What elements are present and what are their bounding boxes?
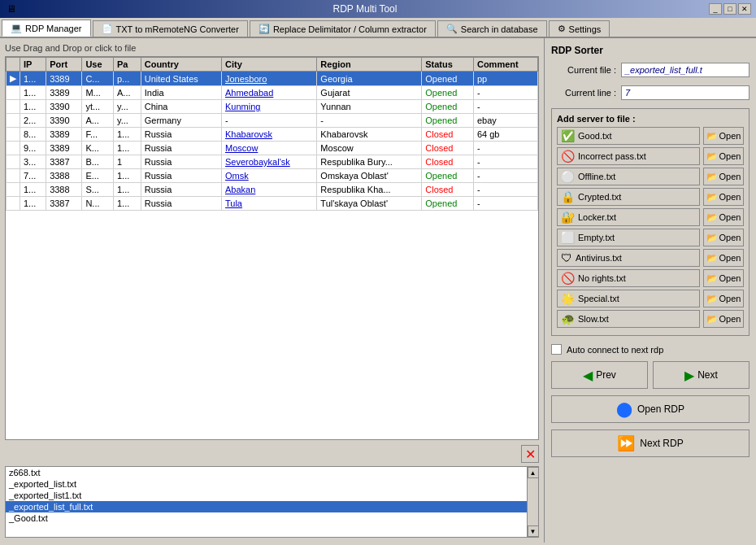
row-use: N...: [82, 197, 114, 211]
folder-icon-slow: 📂: [706, 314, 718, 325]
server-open-btn-special[interactable]: 📂 Open: [703, 290, 744, 307]
file-list-item[interactable]: _exported_list1.txt: [6, 490, 538, 501]
auto-connect-checkbox[interactable]: [551, 344, 562, 355]
file-list-scroll[interactable]: z668.txt_exported_list.txt_exported_list…: [6, 467, 538, 537]
close-button[interactable]: ✕: [738, 3, 751, 15]
table-row[interactable]: 2... 3390 A... y... Germany - - Opened e…: [7, 114, 538, 128]
clear-button[interactable]: ✕: [521, 445, 539, 463]
next-rdp-button[interactable]: ⏩ Next RDP: [551, 429, 749, 457]
file-list-item[interactable]: z668.txt: [6, 467, 538, 478]
table-row[interactable]: 7... 3388 E... 1... Russia Omsk Omskaya …: [7, 169, 538, 183]
server-btn-norights[interactable]: 🚫 No rights.txt: [557, 269, 700, 287]
table-row[interactable]: 1... 3388 S... 1... Russia Abakan Respub…: [7, 183, 538, 197]
table-row[interactable]: 8... 3389 F... 1... Russia Khabarovsk Kh…: [7, 128, 538, 142]
next-label: Next: [697, 369, 718, 381]
row-comment: -: [473, 100, 537, 114]
row-comment: ebay: [473, 114, 537, 128]
tab-rdp-manager[interactable]: 💻 RDP Manager: [2, 20, 91, 37]
row-status: Closed: [422, 142, 474, 155]
server-btn-good[interactable]: ✅ Good.txt: [557, 127, 700, 145]
row-pa: 1...: [114, 197, 141, 211]
server-open-btn-offline[interactable]: 📂 Open: [703, 168, 744, 185]
table-container[interactable]: IP Port Use Pa Country City Region Statu…: [5, 56, 539, 440]
scroll-down-button[interactable]: ▼: [528, 525, 539, 537]
row-arrow: [7, 100, 20, 114]
file-list-item[interactable]: _exported_list.txt: [6, 478, 538, 490]
file-list-item[interactable]: _exported_list_full.txt: [6, 501, 538, 512]
next-button[interactable]: ▶ Next: [653, 361, 749, 389]
folder-icon-crypted: 📂: [706, 192, 718, 203]
open-rdp-icon: ⬤: [616, 400, 632, 418]
row-region: Yunnan: [317, 100, 422, 114]
server-open-btn-norights[interactable]: 📂 Open: [703, 269, 744, 287]
server-btn-incorrect[interactable]: 🚫 Incorrect pass.txt: [557, 147, 700, 165]
row-city: Omsk: [221, 169, 316, 183]
tab-search-db[interactable]: 🔍 Search in database: [437, 20, 547, 37]
row-ip: 8...: [20, 128, 46, 142]
server-btn-crypted[interactable]: 🔒 Crypted.txt: [557, 188, 700, 206]
row-city: Kunming: [221, 100, 316, 114]
open-label-incorrect: Open: [719, 151, 741, 161]
server-open-btn-slow[interactable]: 📂 Open: [703, 310, 744, 328]
table-row[interactable]: ▶ 1... 3389 C... p... United States Jone…: [7, 72, 538, 86]
server-btn-antivirus[interactable]: 🛡 Antivirus.txt: [557, 249, 700, 267]
col-country: Country: [141, 58, 221, 72]
row-use: C...: [82, 72, 114, 86]
tab-replace-delimitator[interactable]: 🔄 Replace Delimitator / Column extractor: [250, 20, 436, 37]
server-open-btn-incorrect[interactable]: 📂 Open: [703, 147, 744, 165]
table-row[interactable]: 3... 3387 B... 1 Russia Severobaykal'sk …: [7, 155, 538, 169]
server-open-btn-good[interactable]: 📂 Open: [703, 127, 744, 145]
server-row-antivirus: 🛡 Antivirus.txt 📂 Open: [557, 249, 744, 267]
current-line-row: Current line : 7: [551, 85, 749, 100]
open-label-slow: Open: [719, 314, 741, 324]
current-file-row: Current file : _exported_list_full.t: [551, 63, 749, 77]
server-icon-empty: ⬜: [561, 231, 575, 244]
server-open-btn-empty[interactable]: 📂 Open: [703, 229, 744, 246]
row-port: 3388: [46, 183, 82, 197]
open-label-norights: Open: [719, 273, 741, 283]
prev-button[interactable]: ◀ Prev: [551, 361, 648, 389]
server-open-btn-locker[interactable]: 📂 Open: [703, 208, 744, 226]
maximize-button[interactable]: □: [723, 3, 736, 15]
row-pa: 1...: [114, 128, 141, 142]
table-row[interactable]: 1... 3389 M... A... India Ahmedabad Guja…: [7, 86, 538, 100]
col-region: Region: [317, 58, 422, 72]
file-list-container[interactable]: z668.txt_exported_list.txt_exported_list…: [5, 466, 539, 538]
row-port: 3389: [46, 128, 82, 142]
open-rdp-button[interactable]: ⬤ Open RDP: [551, 395, 749, 423]
server-btn-locker[interactable]: 🔐 Locker.txt: [557, 208, 700, 226]
row-pa: y...: [114, 100, 141, 114]
server-open-btn-antivirus[interactable]: 📂 Open: [703, 249, 744, 267]
table-row[interactable]: 1... 3387 N... 1... Russia Tula Tul'skay…: [7, 197, 538, 211]
row-status: Opened: [422, 197, 474, 211]
server-label-incorrect: Incorrect pass.txt: [578, 151, 646, 161]
row-region: -: [317, 114, 422, 128]
table-row[interactable]: 1... 3390 yt... y... China Kunming Yunna…: [7, 100, 538, 114]
server-btn-special[interactable]: 🌟 Special.txt: [557, 290, 700, 307]
server-btn-offline[interactable]: ⚪ Offline.txt: [557, 168, 700, 185]
scroll-up-button[interactable]: ▲: [528, 467, 539, 478]
open-label-empty: Open: [719, 233, 741, 242]
minimize-button[interactable]: _: [709, 3, 722, 15]
row-use: F...: [82, 128, 114, 142]
row-comment: -: [473, 155, 537, 169]
table-row[interactable]: 9... 3389 K... 1... Russia Moscow Moscow…: [7, 142, 538, 155]
server-btn-empty[interactable]: ⬜ Empty.txt: [557, 229, 700, 246]
row-arrow: [7, 183, 20, 197]
next-rdp-icon: ⏩: [617, 434, 635, 452]
row-port: 3389: [46, 142, 82, 155]
row-comment: -: [473, 197, 537, 211]
row-arrow: [7, 128, 20, 142]
server-open-btn-crypted[interactable]: 📂 Open: [703, 188, 744, 206]
file-list-item[interactable]: _Good.txt: [6, 512, 538, 524]
col-status: Status: [422, 58, 474, 72]
server-row-slow: 🐢 Slow.txt 📂 Open: [557, 310, 744, 328]
row-region: Respublika Kha...: [317, 183, 422, 197]
row-use: K...: [82, 142, 114, 155]
server-icon-locker: 🔐: [561, 211, 575, 224]
col-use: Use: [82, 58, 114, 72]
server-btn-slow[interactable]: 🐢 Slow.txt: [557, 310, 700, 328]
tab-txt-converter[interactable]: 📄 TXT to mRemoteNG Converter: [93, 20, 248, 37]
row-arrow: [7, 114, 20, 128]
tab-settings[interactable]: ⚙ Settings: [549, 20, 610, 37]
